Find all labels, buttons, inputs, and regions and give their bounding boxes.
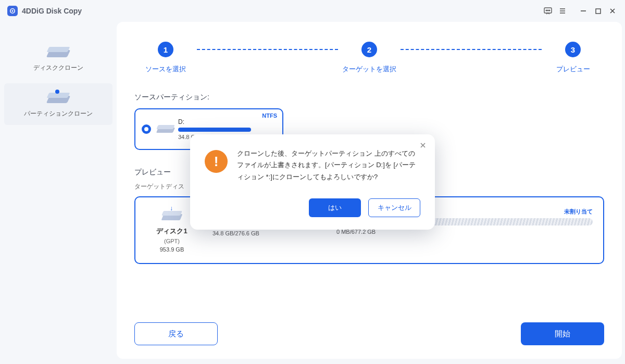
cancel-button[interactable]: キャンセル	[368, 198, 420, 217]
dialog-message: クローンした後、ターゲットパーティション 上のすべてのファイルが上書きされます。…	[237, 148, 420, 182]
modal-overlay: ! クローンした後、ターゲットパーティション 上のすべてのファイルが上書きされま…	[0, 0, 625, 364]
warning-icon: !	[205, 150, 228, 173]
close-icon[interactable]	[419, 142, 427, 151]
confirm-dialog: ! クローンした後、ターゲットパーティション 上のすべてのファイルが上書きされま…	[190, 134, 435, 229]
yes-button[interactable]: はい	[309, 198, 361, 217]
